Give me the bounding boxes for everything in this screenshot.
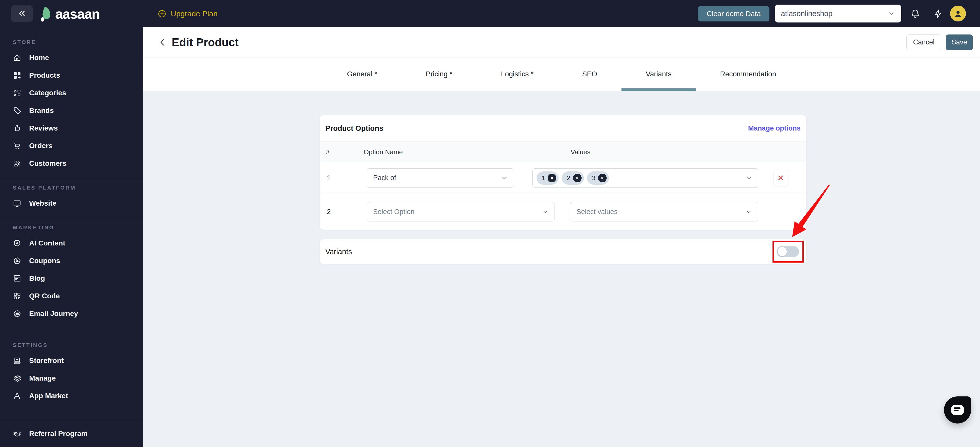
store-selector-dropdown[interactable]: atlasonlineshop (775, 5, 901, 22)
sidebar-section-store: STORE (13, 39, 143, 45)
badge-percent-icon (13, 256, 21, 265)
chevron-down-icon (542, 208, 549, 215)
handshake-icon (13, 430, 21, 438)
users-icon (13, 159, 21, 168)
sidebar-item-orders[interactable]: Orders (0, 137, 143, 154)
tab-seo[interactable]: SEO (558, 57, 622, 91)
tab-general[interactable]: General * (323, 57, 401, 91)
value-chip: 3 (587, 172, 609, 185)
sidebar-item-referral-program[interactable]: Referral Program (0, 425, 143, 442)
app-logo: aasaan (39, 0, 100, 27)
sidebar-item-brands[interactable]: Brands (0, 102, 143, 119)
user-avatar[interactable] (950, 6, 966, 21)
sidebar-item-ai-content[interactable]: AI Content (0, 234, 143, 252)
chat-bubble-icon (951, 405, 964, 415)
tab-variants[interactable]: Variants (622, 57, 696, 91)
sidebar-section-settings: SETTINGS (13, 342, 143, 348)
option-name-value: Pack of (373, 174, 396, 182)
column-header-num: # (326, 148, 329, 156)
tab-pricing[interactable]: Pricing * (401, 57, 477, 91)
badge-sparkle-icon (13, 239, 21, 248)
main-content: Edit Product Cancel Save General * Prici… (143, 27, 980, 447)
option-values-select-2[interactable]: Select values (570, 202, 758, 221)
sidebar-item-app-market[interactable]: App Market (0, 387, 143, 405)
remove-value-icon[interactable] (547, 174, 556, 182)
option-name-placeholder: Select Option (373, 208, 415, 216)
sidebar-item-categories[interactable]: Categories (0, 84, 143, 102)
badge-mail-icon (13, 309, 21, 318)
sidebar-item-storefront[interactable]: Storefront (0, 352, 143, 369)
sidebar-divider (0, 328, 143, 328)
notifications-button[interactable] (910, 0, 921, 27)
option-values-placeholder: Select values (576, 208, 618, 216)
sidebar-item-qr-code[interactable]: QR Code (0, 287, 143, 305)
sidebar-item-website[interactable]: Website (0, 194, 143, 212)
tab-logistics[interactable]: Logistics * (477, 57, 558, 91)
sidebar-divider (0, 178, 143, 178)
topbar: « aasaan Upgrade Plan Clear demo Data at… (0, 0, 980, 27)
store-selector-value: atlasonlineshop (781, 10, 832, 18)
option-name-select-2[interactable]: Select Option (367, 202, 555, 221)
sidebar-section-sales-platform: SALES PLATFORM (13, 185, 143, 191)
toggle-knob (778, 247, 787, 256)
chevron-down-icon (501, 175, 508, 181)
product-options-title: Product Options (325, 124, 383, 132)
clear-demo-data-button[interactable]: Clear demo Data (698, 6, 770, 21)
sidebar-item-reviews[interactable]: Reviews (0, 119, 143, 137)
cancel-button[interactable]: Cancel (907, 35, 941, 50)
variants-toggle-bar: Variants (320, 239, 807, 264)
delete-option-row-button[interactable]: ✕ (773, 170, 788, 186)
column-header-values: Values (571, 148, 590, 156)
upgrade-plan-button[interactable]: Upgrade Plan (158, 0, 218, 27)
sidebar-item-home[interactable]: Home (0, 49, 143, 67)
variants-label: Variants (325, 248, 352, 256)
logo-text: aasaan (55, 6, 100, 22)
option-row-number: 2 (327, 208, 331, 216)
logo-leaf-icon (39, 6, 52, 22)
option-row-1: 1 Pack of 1 2 (320, 162, 806, 194)
value-chips: 1 2 3 (537, 172, 609, 185)
sidebar-item-customers[interactable]: Customers (0, 154, 143, 172)
sidebar-item-products[interactable]: Products (0, 67, 143, 84)
tab-recommendation[interactable]: Recommendation (696, 57, 800, 91)
brand-tag-icon (13, 106, 21, 115)
quick-actions-button[interactable] (933, 0, 943, 27)
plus-circle-icon (158, 9, 167, 18)
manage-options-link[interactable]: Manage options (748, 124, 800, 132)
product-options-card: Product Options Manage options # Option … (320, 115, 807, 230)
bolt-icon (933, 9, 943, 19)
page-header: Edit Product Cancel Save (143, 27, 980, 57)
option-values-multiselect-1[interactable]: 1 2 3 (532, 168, 758, 188)
gear-icon (13, 374, 21, 383)
chat-widget-button[interactable] (944, 396, 971, 423)
value-chip: 1 (537, 172, 558, 185)
save-button[interactable]: Save (946, 35, 973, 50)
sidebar-item-manage[interactable]: Manage (0, 369, 143, 387)
sidebar: STORE Home Products Categories Brands Re… (0, 27, 143, 447)
storefront-laptop-icon (13, 356, 21, 365)
close-icon: ✕ (777, 173, 784, 183)
user-avatar-icon (953, 8, 963, 19)
sidebar-item-email-journey[interactable]: Email Journey (0, 305, 143, 322)
cart-icon (13, 142, 21, 150)
options-table-header: # Option Name Values (320, 142, 806, 162)
sidebar-item-blog[interactable]: Blog (0, 269, 143, 287)
blog-document-icon (13, 274, 21, 283)
option-name-select-1[interactable]: Pack of (367, 168, 514, 188)
collapse-sidebar-icon[interactable]: « (11, 5, 33, 22)
monitor-icon (13, 199, 21, 208)
home-icon (13, 53, 21, 62)
chevron-down-icon (888, 10, 895, 17)
back-button[interactable] (158, 38, 167, 47)
sidebar-divider (0, 218, 143, 218)
remove-value-icon[interactable] (573, 174, 582, 182)
value-chip: 2 (562, 172, 584, 185)
upgrade-plan-label: Upgrade Plan (171, 10, 218, 18)
chevron-down-icon (745, 175, 752, 181)
thumbs-up-icon (13, 124, 21, 132)
remove-value-icon[interactable] (598, 174, 607, 182)
bell-icon (910, 8, 921, 19)
variants-toggle[interactable] (776, 246, 799, 257)
sidebar-item-coupons[interactable]: Coupons (0, 252, 143, 269)
chevron-left-icon (158, 38, 167, 47)
